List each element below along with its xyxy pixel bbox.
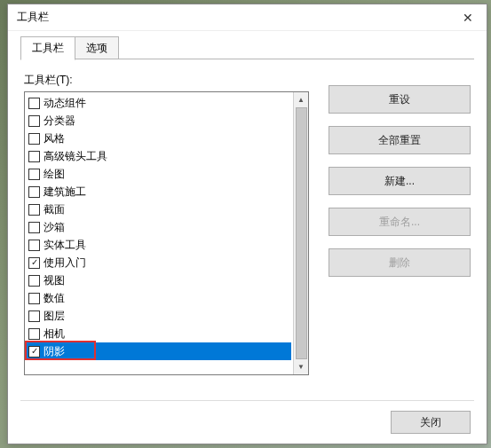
- button-column: 重设 全部重置 新建... 重命名... 删除: [329, 73, 471, 395]
- rename-button: 重命名...: [329, 208, 471, 236]
- button-label: 删除: [389, 255, 410, 271]
- list-item-label: 高级镜头工具: [44, 149, 107, 164]
- left-panel: 工具栏(T): 动态组件分类器风格高级镜头工具绘图建筑施工截面沙箱实体工具✓使用…: [24, 73, 309, 395]
- list-item[interactable]: 实体工具: [27, 236, 291, 254]
- tab-toolbars[interactable]: 工具栏: [20, 36, 75, 60]
- checkbox[interactable]: [28, 115, 40, 127]
- tabstrip: 工具栏 选项: [8, 31, 487, 59]
- list-item[interactable]: 建筑施工: [27, 183, 291, 200]
- close-icon: ✕: [463, 11, 473, 25]
- list-item-label: 阴影: [44, 344, 65, 359]
- list-item[interactable]: 视图: [27, 271, 291, 289]
- tab-label: 工具栏: [32, 42, 64, 54]
- list-item[interactable]: ✓使用入门: [27, 254, 291, 271]
- tab-underline: [20, 59, 474, 59]
- toolbar-dialog: 工具栏 ✕ 工具栏 选项 工具栏(T): 动态组件分类器风格高级镜头工具绘图建筑…: [7, 4, 487, 444]
- delete-button: 删除: [329, 248, 471, 277]
- listbox-label: 工具栏(T):: [24, 73, 309, 88]
- scrollbar[interactable]: ▲ ▼: [293, 92, 308, 374]
- checkbox[interactable]: [28, 186, 40, 198]
- scroll-thumb[interactable]: [296, 107, 307, 359]
- list-item[interactable]: 动态组件: [27, 94, 291, 112]
- checkbox[interactable]: [28, 169, 40, 180]
- button-label: 全部重置: [378, 133, 421, 148]
- button-label: 重设: [389, 92, 410, 107]
- button-label: 重命名...: [379, 215, 420, 230]
- checkbox[interactable]: [28, 240, 40, 251]
- list-item[interactable]: 绘图: [27, 165, 291, 183]
- list-item-label: 截面: [44, 202, 65, 217]
- list-item-label: 动态组件: [44, 96, 86, 111]
- list-item-label: 视图: [44, 273, 65, 288]
- list-item[interactable]: 高级镜头工具: [27, 147, 291, 165]
- close-button[interactable]: ✕: [449, 4, 487, 31]
- checkbox[interactable]: ✓: [28, 257, 40, 269]
- reset-button[interactable]: 重设: [329, 85, 471, 114]
- reset-all-button[interactable]: 全部重置: [329, 126, 471, 154]
- close-dialog-button[interactable]: 关闭: [391, 411, 471, 434]
- list-item-label: 实体工具: [44, 238, 86, 253]
- list-item-label: 数值: [44, 291, 65, 306]
- list-item[interactable]: ✓阴影: [27, 342, 291, 360]
- list-item[interactable]: 风格: [27, 130, 291, 147]
- checkbox[interactable]: [28, 204, 40, 216]
- checkbox[interactable]: [28, 293, 40, 304]
- window-title: 工具栏: [17, 10, 49, 25]
- checkbox[interactable]: [28, 310, 40, 322]
- list-item-label: 沙箱: [44, 220, 65, 235]
- list-item-label: 风格: [44, 131, 65, 146]
- list-item-label: 使用入门: [44, 255, 86, 271]
- tab-label: 选项: [86, 42, 107, 54]
- list-item-label: 图层: [44, 309, 65, 324]
- list-item[interactable]: 沙箱: [27, 218, 291, 236]
- list-item-label: 绘图: [44, 167, 65, 182]
- list-item[interactable]: 数值: [27, 289, 291, 307]
- footer: 关闭: [8, 401, 487, 444]
- button-label: 新建...: [384, 174, 415, 189]
- scroll-down-icon[interactable]: ▼: [296, 361, 307, 373]
- dialog-body: 工具栏(T): 动态组件分类器风格高级镜头工具绘图建筑施工截面沙箱实体工具✓使用…: [8, 60, 487, 400]
- checkbox[interactable]: [28, 151, 40, 162]
- list-item-label: 建筑施工: [44, 185, 86, 200]
- titlebar: 工具栏 ✕: [8, 4, 487, 31]
- checkbox[interactable]: ✓: [28, 346, 40, 358]
- scroll-up-icon[interactable]: ▲: [296, 94, 307, 106]
- new-button[interactable]: 新建...: [329, 167, 471, 195]
- checkbox[interactable]: [28, 98, 40, 109]
- toolbars-listbox[interactable]: 动态组件分类器风格高级镜头工具绘图建筑施工截面沙箱实体工具✓使用入门视图数值图层…: [24, 91, 309, 375]
- button-label: 关闭: [420, 415, 441, 430]
- list-item[interactable]: 图层: [27, 307, 291, 325]
- list-item[interactable]: 分类器: [27, 112, 291, 130]
- checkbox[interactable]: [28, 328, 40, 340]
- tab-options[interactable]: 选项: [75, 36, 119, 59]
- checkbox[interactable]: [28, 275, 40, 287]
- checkbox[interactable]: [28, 222, 40, 233]
- list-item-label: 相机: [44, 326, 65, 342]
- checkbox[interactable]: [28, 133, 40, 145]
- list-item-label: 分类器: [44, 114, 75, 129]
- list-item[interactable]: 截面: [27, 200, 291, 218]
- list-item[interactable]: 相机: [27, 325, 291, 342]
